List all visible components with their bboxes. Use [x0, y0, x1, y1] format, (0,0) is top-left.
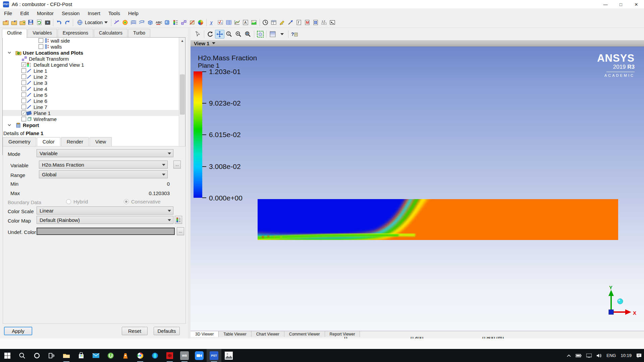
store-icon[interactable] [74, 349, 89, 362]
timestep-selector-icon[interactable] [270, 18, 278, 27]
fit-view-icon[interactable] [256, 30, 265, 39]
isosurface-icon[interactable] [146, 18, 155, 27]
load-results-icon[interactable] [1, 18, 10, 27]
color-map-dropdown[interactable]: Default (Rainbow) [37, 216, 173, 224]
display-icon[interactable] [584, 349, 594, 362]
location-dropdown[interactable]: Location [74, 18, 110, 26]
menu-session[interactable]: Session [58, 9, 84, 17]
tree-item-default-legend[interactable]: ✓ Default Legend View 1 [3, 62, 185, 68]
function-doc-icon[interactable]: f [295, 18, 303, 27]
line5-checkbox[interactable] [21, 93, 26, 97]
save-state-icon[interactable] [26, 18, 35, 27]
redo-icon[interactable] [63, 18, 71, 27]
search-icon[interactable] [15, 349, 30, 362]
snapshot-icon[interactable] [43, 18, 52, 27]
tree-item-report[interactable]: Report [3, 122, 185, 128]
panel-splitter[interactable] [188, 28, 191, 349]
pan-tool-icon[interactable] [215, 30, 224, 39]
tray-chevron-up-icon[interactable] [565, 349, 573, 362]
quick-editor-icon[interactable] [278, 18, 286, 27]
close-button[interactable]: ✕ [629, 0, 644, 9]
vector-icon[interactable] [113, 18, 121, 27]
tab-chart-viewer[interactable]: Chart Viewer [252, 331, 284, 337]
menu-edit[interactable]: Edit [16, 9, 33, 17]
range-dropdown[interactable]: Global [39, 170, 168, 178]
defaults-button[interactable]: Defaults [154, 327, 180, 335]
scrollbar-thumb[interactable] [180, 74, 185, 115]
clip-plane-icon[interactable] [188, 18, 197, 27]
line4-checkbox[interactable] [21, 86, 26, 91]
hybrid-radio[interactable] [66, 199, 71, 204]
collapse-chevron-icon[interactable] [7, 51, 11, 55]
tab-color[interactable]: Color [37, 137, 60, 146]
view-header[interactable]: View 1 [191, 40, 644, 47]
close-case-icon[interactable] [18, 18, 26, 27]
undo-icon[interactable] [55, 18, 63, 27]
apply-button[interactable]: Apply [4, 327, 32, 335]
menu-file[interactable]: File [0, 9, 16, 17]
comment-icon[interactable]: A [241, 18, 250, 27]
reset-button[interactable]: Reset [122, 327, 148, 335]
colormap-icon[interactable] [197, 18, 205, 27]
cfd-post-taskbar-icon[interactable]: PST [207, 349, 221, 362]
tab-geometry[interactable]: Geometry [3, 137, 36, 146]
media-app-icon[interactable] [162, 349, 177, 362]
color-map-edit-button[interactable] [175, 216, 182, 224]
video-call-icon[interactable] [192, 349, 207, 362]
table-icon[interactable] [225, 18, 233, 27]
tab-comment-viewer[interactable]: Comment Viewer [284, 331, 325, 337]
variable-more-button[interactable]: ... [173, 161, 181, 169]
background-dropdown-icon[interactable] [277, 30, 287, 39]
tab-turbo[interactable]: Turbo [128, 29, 150, 38]
tree-item-line-6[interactable]: Line 6 [3, 98, 185, 104]
line2-checkbox[interactable] [21, 74, 26, 79]
expressions-icon[interactable]: χ [208, 18, 216, 27]
undef-color-more-button[interactable]: ... [177, 227, 184, 235]
timestep-clock-icon[interactable] [261, 18, 270, 27]
plane1-checkbox[interactable]: ✓ [21, 111, 26, 115]
mail-icon[interactable] [89, 349, 103, 362]
tab-table-viewer[interactable]: Table Viewer [219, 331, 251, 337]
conservative-radio[interactable] [124, 199, 129, 204]
tab-variables[interactable]: Variables [28, 29, 57, 38]
line1-checkbox[interactable] [21, 68, 26, 73]
streamline-icon[interactable] [129, 18, 138, 27]
tree-item-line-7[interactable]: Line 7 [3, 104, 185, 110]
scroll-up-icon[interactable]: ▲ [179, 38, 185, 44]
text-label-icon[interactable]: ABC [155, 18, 163, 27]
figure-icon[interactable] [250, 18, 258, 27]
probe-icon[interactable] [286, 18, 295, 27]
mode-dropdown[interactable]: Variable [37, 149, 173, 157]
opera-icon[interactable] [148, 349, 162, 362]
line3-checkbox[interactable] [21, 80, 26, 85]
tree-item-wireframe[interactable]: Wireframe [3, 116, 185, 122]
command-editor-icon[interactable] [328, 18, 337, 27]
volume-icon[interactable] [163, 18, 171, 27]
language-indicator[interactable]: ENG [604, 349, 618, 362]
file-explorer-icon[interactable] [59, 349, 74, 362]
tree-item-line-5[interactable]: Line 5 [3, 92, 185, 98]
photos-icon[interactable] [221, 349, 236, 362]
tree-item-line-4[interactable]: Line 4 [3, 86, 185, 92]
chart-icon[interactable] [233, 18, 241, 27]
task-view-icon[interactable] [44, 349, 59, 362]
table-doc-icon[interactable] [312, 18, 320, 27]
undef-color-swatch[interactable] [37, 228, 175, 235]
select-tool-icon[interactable] [193, 30, 203, 39]
viewer-background-icon[interactable] [268, 30, 277, 39]
tab-report-viewer[interactable]: Report Viewer [325, 331, 360, 337]
wb-app-icon[interactable]: WB [177, 349, 192, 362]
clock[interactable]: 10:19 [618, 349, 634, 362]
tree-item-plane-1[interactable]: ✓ Plane 1 [3, 110, 185, 116]
menu-tools[interactable]: Tools [104, 9, 124, 17]
speaker-icon[interactable] [594, 349, 604, 362]
wall-side-checkbox[interactable] [39, 38, 43, 43]
menu-help[interactable]: Help [124, 9, 143, 17]
streamline2-icon[interactable] [138, 18, 146, 27]
tree-item-line-3[interactable]: Line 3 [3, 80, 185, 86]
start-button[interactable] [0, 349, 15, 362]
chrome-icon[interactable] [133, 349, 148, 362]
action-center-icon[interactable] [634, 349, 644, 362]
line7-checkbox[interactable] [21, 105, 26, 109]
3d-viewport[interactable]: H2o.Mass Fraction Plane 1 1.203e-01 9.02… [191, 47, 644, 331]
